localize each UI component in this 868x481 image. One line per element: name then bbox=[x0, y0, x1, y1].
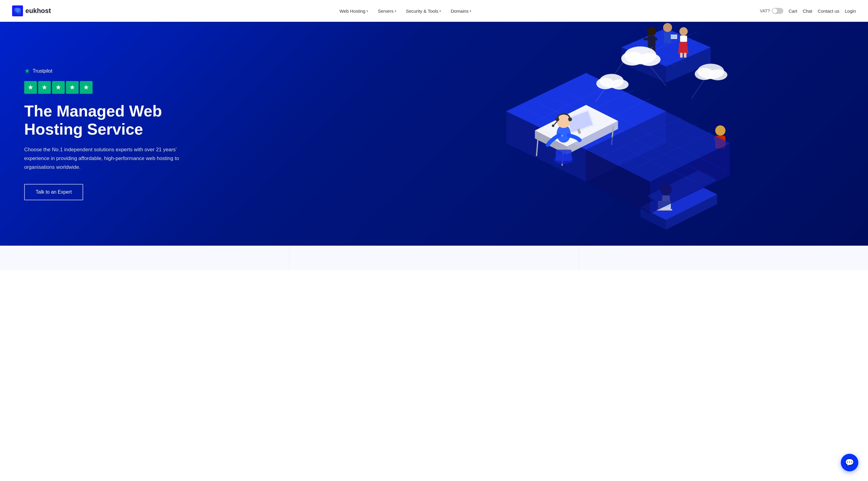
svg-point-27 bbox=[552, 124, 554, 127]
svg-rect-37 bbox=[644, 38, 648, 40]
chevron-down-icon: ▾ bbox=[470, 9, 471, 13]
bottom-bar bbox=[0, 246, 868, 270]
trustpilot-stars: ★ ★ ★ ★ ★ bbox=[24, 81, 193, 94]
nav-domains[interactable]: Domains ▾ bbox=[446, 6, 475, 16]
chevron-down-icon: ▾ bbox=[395, 9, 396, 13]
star-1: ★ bbox=[24, 81, 37, 94]
svg-point-41 bbox=[663, 23, 672, 32]
chevron-down-icon: ▾ bbox=[439, 9, 441, 13]
svg-point-65 bbox=[638, 53, 660, 66]
hero-section: ★ Trustpilot ★ ★ ★ ★ ★ The Managed Web H… bbox=[0, 22, 868, 246]
svg-rect-49 bbox=[680, 53, 682, 58]
hero-content: ★ Trustpilot ★ ★ ★ ★ ★ The Managed Web H… bbox=[24, 67, 193, 200]
login-link[interactable]: Login bbox=[845, 8, 856, 13]
svg-rect-50 bbox=[684, 53, 686, 58]
star-4: ★ bbox=[66, 81, 79, 94]
svg-rect-38 bbox=[652, 38, 657, 40]
main-nav: Web Hosting ▾ Servers ▾ Security & Tools… bbox=[335, 6, 476, 16]
bottom-card-2[interactable] bbox=[289, 246, 579, 270]
contact-link[interactable]: Contact us bbox=[818, 8, 840, 13]
svg-point-51 bbox=[715, 125, 725, 136]
nav-security-tools[interactable]: Security & Tools ▾ bbox=[402, 6, 445, 16]
chat-link[interactable]: Chat bbox=[803, 8, 812, 13]
star-3: ★ bbox=[52, 81, 65, 94]
logo[interactable]: eukhost bbox=[12, 5, 51, 16]
hero-description: Choose the No.1 independent solutions ex… bbox=[24, 146, 193, 172]
chevron-down-icon: ▾ bbox=[367, 9, 368, 13]
svg-point-71 bbox=[708, 69, 727, 81]
hero-scene-svg: e bbox=[304, 22, 868, 246]
talk-to-expert-button[interactable]: Talk to an Expert bbox=[24, 184, 83, 200]
svg-rect-21 bbox=[556, 150, 571, 161]
nav-servers[interactable]: Servers ▾ bbox=[373, 6, 400, 16]
bottom-card-1[interactable] bbox=[0, 246, 289, 270]
site-header: eukhost Web Hosting ▾ Servers ▾ Security… bbox=[0, 0, 868, 22]
star-2: ★ bbox=[38, 81, 51, 94]
bottom-card-3[interactable] bbox=[579, 246, 868, 270]
vat-toggle-wrap: VAT? bbox=[760, 8, 783, 14]
svg-point-68 bbox=[611, 79, 628, 90]
svg-rect-36 bbox=[648, 36, 655, 47]
trustpilot-star-icon: ★ bbox=[24, 67, 30, 75]
svg-point-35 bbox=[647, 27, 656, 36]
nav-web-hosting[interactable]: Web Hosting ▾ bbox=[335, 6, 373, 16]
svg-rect-47 bbox=[680, 35, 687, 42]
svg-rect-44 bbox=[671, 35, 676, 38]
star-5: ★ bbox=[80, 81, 93, 94]
hero-illustration: e bbox=[304, 22, 868, 246]
cart-link[interactable]: Cart bbox=[789, 8, 797, 13]
svg-point-25 bbox=[568, 117, 572, 121]
svg-point-24 bbox=[555, 117, 559, 121]
vat-label: VAT? bbox=[760, 8, 770, 13]
vat-toggle[interactable] bbox=[772, 8, 783, 14]
logo-icon bbox=[12, 5, 23, 16]
hero-title: The Managed Web Hosting Service bbox=[24, 102, 193, 139]
svg-point-46 bbox=[679, 27, 687, 35]
nav-right: VAT? Cart Chat Contact us Login bbox=[760, 8, 856, 14]
trustpilot-label: Trustpilot bbox=[33, 68, 52, 74]
trustpilot-badge: ★ Trustpilot bbox=[24, 67, 193, 75]
svg-marker-48 bbox=[678, 42, 688, 54]
